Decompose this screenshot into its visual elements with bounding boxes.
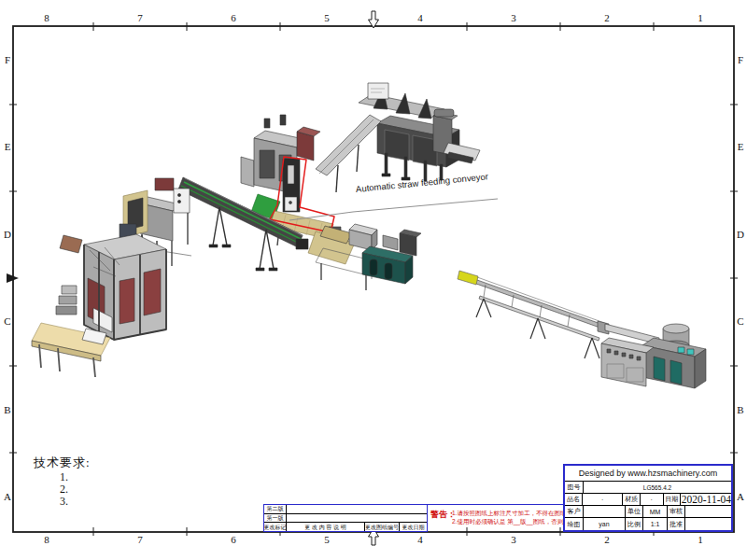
- incline-conveyor-drawing: [316, 115, 381, 192]
- revision-content-header: 更 改 内 容 说 明: [287, 523, 365, 531]
- packing-machine-drawing: [359, 83, 480, 181]
- zone-col-top-5: 5: [321, 12, 332, 23]
- revision-row2-content: [287, 505, 427, 513]
- annotation-leader-line: [289, 199, 498, 220]
- product-label: 品名: [565, 494, 583, 505]
- zone-col-bottom-8: 8: [41, 534, 52, 545]
- revision-row2-label: 第二版: [264, 505, 287, 513]
- drawn-value: yan: [584, 518, 626, 530]
- zone-col-top-6: 6: [228, 12, 239, 23]
- zone-row-left-B: B: [2, 404, 13, 415]
- title-row-product: 品名 · 材质 · 日期 2020-11-04: [565, 494, 731, 506]
- zone-row-right-A: A: [735, 491, 746, 502]
- revision-row-2: 第二版: [264, 505, 427, 514]
- zone-col-bottom-4: 4: [415, 534, 426, 545]
- designed-by: Designed by www.hzsmachinery.com: [565, 466, 731, 482]
- zone-col-top-4: 4: [415, 12, 426, 23]
- cooling-track-drawing: [458, 271, 607, 358]
- drawing-sheet: Automatic straw feeding conveyor 技术要求: 1…: [0, 0, 747, 560]
- revision-header-row: 更改标记 更 改 内 容 说 明 更改图纸编号 更改日期: [264, 523, 427, 531]
- drawing-no-label: 图号: [565, 482, 584, 493]
- zone-row-right-B: B: [735, 404, 746, 415]
- zone-col-bottom-2: 2: [601, 534, 613, 545]
- zone-row-left-E: E: [2, 141, 13, 152]
- drawing-no-value: LG565.4.2: [584, 482, 731, 493]
- revision-doc-header: 更改图纸编号: [365, 523, 400, 531]
- requirement-item-3: 3.: [60, 496, 91, 508]
- zone-col-top-2: 2: [601, 12, 613, 23]
- zone-col-bottom-7: 7: [134, 534, 146, 545]
- title-row-drawing-no: 图号 LG565.4.2: [565, 482, 731, 494]
- product-value: ·: [583, 494, 623, 505]
- warning-note: 警告： 1.请按照图纸上标注尺寸加工，不得在图纸上量取尺寸； 2.使用时必须确认…: [428, 504, 563, 532]
- zone-row-left-D: D: [2, 229, 13, 240]
- forming-cabinet-drawing: [32, 234, 166, 377]
- zone-row-right-F: F: [735, 54, 746, 65]
- zone-row-right-E: E: [735, 141, 746, 152]
- title-block: Designed by www.hzsmachinery.com 图号 LG56…: [563, 464, 733, 532]
- customer-label: 客户: [565, 506, 584, 517]
- technical-requirements: 技术要求: 1. 2. 3.: [34, 455, 91, 508]
- zone-row-right-C: C: [735, 315, 746, 327]
- unit-label: 单位: [626, 506, 643, 517]
- title-row-drawn: 绘图 yan 比例 1:1 批准: [565, 518, 731, 530]
- approve-value: [685, 518, 731, 530]
- scale-label: 比例: [626, 518, 643, 530]
- revision-mark-header: 更改标记: [264, 523, 287, 531]
- approve-label: 批准: [668, 518, 685, 530]
- zone-row-left-A: A: [2, 491, 13, 502]
- zone-row-right-D: D: [735, 229, 746, 240]
- material-value: ·: [641, 494, 664, 505]
- zone-col-top-7: 7: [134, 12, 146, 23]
- technical-requirements-title: 技术要求:: [34, 455, 91, 471]
- zone-col-bottom-6: 6: [228, 534, 239, 545]
- drawn-label: 绘图: [565, 518, 584, 530]
- zone-col-top-3: 3: [508, 12, 519, 23]
- scale-value: 1:1: [643, 518, 668, 530]
- cutting-machine-drawing: [308, 224, 421, 290]
- zone-col-bottom-3: 3: [508, 534, 519, 545]
- zone-row-left-C: C: [2, 315, 13, 327]
- extruder-machine-drawing: [598, 321, 706, 388]
- review-label: 审核: [668, 506, 685, 517]
- revision-row1-content: [287, 514, 427, 523]
- revision-date-header: 更改日期: [400, 523, 427, 531]
- revision-row1-label: 第一版: [264, 514, 287, 523]
- zone-col-bottom-1: 1: [695, 534, 706, 545]
- revision-table: 第二版 第一版 更改标记 更 改 内 容 说 明 更改图纸编号 更改日期: [263, 504, 428, 532]
- material-label: 材质: [623, 494, 640, 505]
- review-value: [685, 506, 731, 517]
- zone-col-top-8: 8: [41, 12, 52, 23]
- revision-row-1: 第一版: [264, 514, 427, 524]
- title-row-customer: 客户 单位 MM 审核: [565, 506, 731, 518]
- unit-value: MM: [643, 506, 668, 517]
- zone-row-left-F: F: [2, 54, 13, 65]
- zone-col-top-1: 1: [695, 12, 706, 23]
- date-value: 2020-11-04: [681, 494, 731, 505]
- customer-value: [584, 506, 626, 517]
- zone-col-bottom-5: 5: [321, 534, 332, 545]
- date-label: 日期: [664, 494, 681, 505]
